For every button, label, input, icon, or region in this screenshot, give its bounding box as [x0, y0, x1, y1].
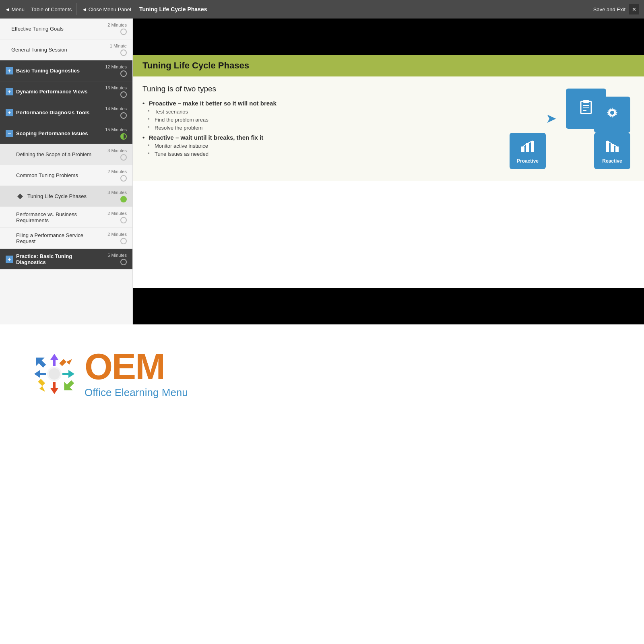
sidebar-item-label: Common Tuning Problems	[16, 172, 99, 178]
progress-circle	[120, 70, 127, 77]
sidebar-item-meta: 3 Minutes	[103, 148, 127, 161]
svg-marker-15	[50, 354, 58, 366]
chart-icon	[520, 138, 535, 157]
nav-divider	[76, 3, 77, 15]
slide-bullets: Proactive – make it better so it will no…	[142, 100, 489, 157]
proactive-box: Proactive	[510, 133, 546, 169]
progress-circle-half	[120, 133, 127, 140]
minus-icon: −	[6, 130, 13, 137]
slide-text: Tuning is of two types Proactive – make …	[142, 85, 489, 173]
content-area: Tuning Life Cycle Phases Tuning is of tw…	[133, 19, 644, 324]
sidebar-item-performance-diagnosis-tools[interactable]: + Performance Diagnosis Tools 14 Minutes	[0, 102, 132, 123]
sidebar-item-minutes: 2 Minutes	[107, 232, 127, 237]
sidebar-item-meta: 3 Minutes	[103, 190, 127, 202]
svg-marker-16	[59, 355, 73, 369]
sidebar-item-minutes: 5 Minutes	[107, 253, 127, 258]
sidebar-item-label: Effective Tuning Goals	[11, 26, 99, 32]
sidebar-item-label: Filing a Performance Service Request	[16, 232, 99, 244]
sidebar-item-label: Defining the Scope of a Problem	[16, 151, 99, 157]
logo-oem-text: OEM	[85, 349, 188, 385]
sidebar-item-meta: 13 Minutes	[103, 85, 127, 98]
sidebar-item-effective-tuning-goals[interactable]: Effective Tuning Goals 2 Minutes	[0, 19, 132, 39]
sidebar-item-scoping-performance-issues[interactable]: − Scoping Performance Issues 15 Minutes	[0, 123, 132, 144]
slide-body: Tuning is of two types Proactive – make …	[133, 76, 644, 181]
diagram-container: ➤ Proa	[502, 89, 630, 169]
sidebar-item-meta: 2 Minutes	[103, 211, 127, 223]
sidebar-item-general-tuning-session[interactable]: General Tuning Session 1 Minute	[0, 39, 132, 60]
toc-label: Table of Contents	[31, 6, 72, 12]
sidebar-item-filing-performance[interactable]: Filing a Performance Service Request 2 M…	[0, 228, 132, 249]
sidebar-item-label: Tuning Life Cycle Phases	[27, 193, 99, 199]
sidebar-item-meta: 15 Minutes	[103, 127, 127, 140]
progress-circle	[120, 238, 127, 244]
progress-circle	[120, 217, 127, 223]
progress-circle-green	[120, 196, 127, 202]
reactive-box: Reactive	[594, 133, 630, 169]
svg-point-10	[610, 111, 614, 115]
sidebar: Effective Tuning Goals 2 Minutes General…	[0, 19, 133, 324]
bullet-monitor-active: Monitor active instance	[142, 143, 489, 149]
logo-text-block: OEM Office Elearning Menu	[85, 349, 188, 399]
gear-box	[594, 97, 630, 133]
slide-diagram: ➤ Proa	[497, 85, 634, 173]
svg-rect-11	[606, 141, 609, 152]
slide-subtitle: Tuning is of two types	[142, 85, 489, 93]
svg-marker-14	[32, 353, 49, 370]
sidebar-item-common-tuning-problems[interactable]: Common Tuning Problems 2 Minutes	[0, 165, 132, 186]
logo-section: OEM Office Elearning Menu	[0, 324, 644, 423]
bullet-reactive: Reactive – wait until it breaks, then fi…	[142, 134, 489, 141]
current-item-indicator	[16, 192, 24, 200]
progress-circle	[120, 29, 127, 35]
sidebar-item-minutes: 1 Minute	[110, 43, 127, 48]
close-x-button[interactable]: ✕	[629, 4, 639, 14]
svg-marker-20	[35, 379, 49, 393]
close-panel-button[interactable]: ◄ Close Menu Panel	[82, 6, 131, 12]
svg-rect-12	[611, 144, 614, 152]
svg-marker-0	[17, 194, 23, 199]
plus-icon: +	[6, 109, 13, 116]
plus-icon: +	[6, 67, 13, 74]
menu-button[interactable]: ◄ Menu	[5, 6, 25, 12]
sidebar-item-meta: 2 Minutes	[103, 169, 127, 182]
logo-subtitle: Office Elearning Menu	[85, 386, 188, 399]
progress-circle	[120, 259, 127, 265]
plus-icon: +	[6, 256, 13, 263]
save-exit-button[interactable]: Save and Exit	[593, 6, 625, 12]
svg-rect-2	[526, 143, 529, 152]
progress-circle	[120, 50, 127, 56]
sidebar-item-tuning-life-cycle-phases[interactable]: Tuning Life Cycle Phases 3 Minutes	[0, 186, 132, 207]
logo-icon	[32, 352, 76, 396]
svg-marker-18	[60, 377, 76, 394]
black-bar-bottom	[133, 288, 644, 324]
logo-container: OEM Office Elearning Menu	[32, 349, 188, 399]
svg-rect-1	[521, 147, 524, 152]
slide-main-title: Tuning Life Cycle Phases	[142, 60, 634, 71]
reactive-label: Reactive	[602, 158, 622, 164]
sidebar-item-label: Basic Tuning Diagnostics	[16, 68, 99, 74]
slide-title-nav: Tuning Life Cycle Phases	[139, 6, 593, 12]
sidebar-item-defining-scope[interactable]: Defining the Scope of a Problem 3 Minute…	[0, 144, 132, 165]
bullet-test-scenarios: Test scenarios	[142, 109, 489, 115]
sidebar-item-label: General Tuning Session	[11, 47, 99, 53]
bullet-proactive: Proactive – make it better so it will no…	[142, 100, 489, 107]
progress-circle	[120, 175, 127, 182]
sidebar-item-minutes: 12 Minutes	[105, 64, 127, 69]
svg-rect-5	[583, 100, 589, 103]
progress-circle	[120, 154, 127, 161]
top-navigation: ◄ Menu Table of Contents ◄ Close Menu Pa…	[0, 0, 644, 19]
cursor-icon: ➤	[546, 111, 557, 126]
plus-icon: +	[6, 88, 13, 95]
slide-content: Tuning Life Cycle Phases Tuning is of tw…	[133, 55, 644, 288]
sidebar-item-minutes: 2 Minutes	[107, 169, 127, 174]
sidebar-item-meta: 2 Minutes	[103, 23, 127, 35]
sidebar-item-dynamic-performance-views[interactable]: + Dynamic Performance Views 13 Minutes	[0, 81, 132, 102]
sidebar-item-performance-vs-business[interactable]: Performance vs. Business Requirements 2 …	[0, 207, 132, 228]
main-container: Effective Tuning Goals 2 Minutes General…	[0, 19, 644, 324]
sidebar-item-practice-basic-tuning[interactable]: + Practice: Basic Tuning Diagnostics 5 M…	[0, 249, 132, 270]
svg-rect-13	[615, 147, 619, 152]
sidebar-item-minutes: 2 Minutes	[107, 23, 127, 27]
sidebar-item-basic-tuning-diagnostics[interactable]: + Basic Tuning Diagnostics 12 Minutes	[0, 60, 132, 81]
progress-circle	[120, 112, 127, 119]
svg-point-23	[49, 368, 60, 380]
sidebar-item-label: Practice: Basic Tuning Diagnostics	[16, 253, 99, 265]
